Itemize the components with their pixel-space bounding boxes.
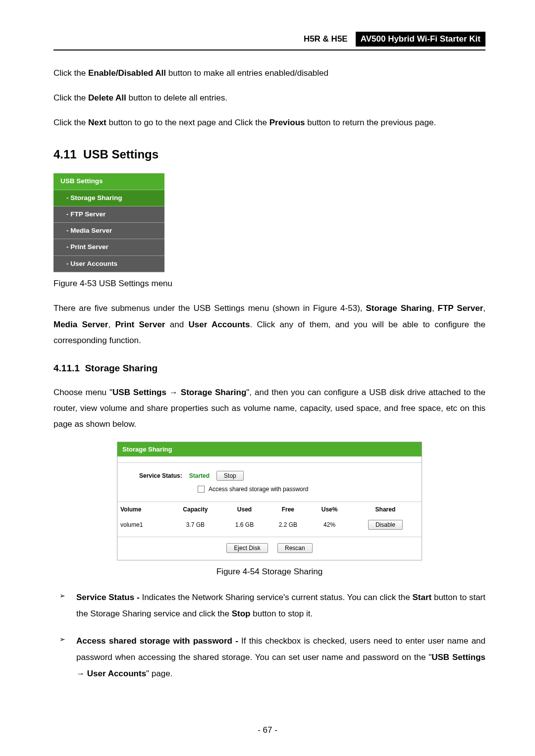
intro-para-3: Click the Next button to go to the next … [54, 115, 485, 131]
usb-settings-menu: USB Settings - Storage Sharing - FTP Ser… [54, 173, 164, 272]
col-capacity: Capacity [168, 502, 222, 517]
cell-free: 2.2 GB [266, 517, 310, 533]
stop-button[interactable]: Stop [216, 471, 244, 481]
service-status-label: Service Status: [139, 471, 182, 480]
figure-4-54-caption: Figure 4-54 Storage Sharing [54, 565, 485, 578]
header-rule [54, 50, 485, 50]
usb-menu-item-storage-sharing[interactable]: - Storage Sharing [54, 190, 164, 206]
eject-disk-button[interactable]: Eject Disk [226, 543, 268, 553]
rescan-button[interactable]: Rescan [277, 543, 313, 553]
cell-used: 1.6 GB [223, 517, 267, 533]
storage-sharing-panel: Storage Sharing Service Status: Started … [117, 442, 422, 561]
cell-volume: volume1 [117, 517, 168, 533]
ss-panel-footer: Eject Disk Rescan [117, 537, 422, 560]
usb-menu-item-media-server[interactable]: - Media Server [54, 223, 164, 239]
header-left: H5R & H5E [304, 33, 352, 46]
access-with-password-label: Access shared storage with password [209, 485, 308, 494]
explanation-list: Service Status - Indicates the Network S… [54, 589, 485, 682]
disable-button[interactable]: Disable [368, 520, 403, 530]
section-heading: 4.11 USB Settings [54, 146, 485, 163]
service-status-row: Service Status: Started Stop [124, 471, 415, 481]
intro-para-2: Click the Delete All button to delete al… [54, 90, 485, 106]
access-with-password-checkbox[interactable] [198, 486, 205, 493]
service-status-value: Started [189, 471, 210, 480]
explain-item-service-status: Service Status - Indicates the Network S… [54, 589, 485, 622]
figure-4-53-caption: Figure 4-53 USB Settings menu [54, 277, 485, 290]
storage-sharing-intro: Choose menu "USB Settings → Storage Shar… [54, 385, 485, 433]
col-usepct: Use% [310, 502, 349, 517]
cell-capacity: 3.7 GB [168, 517, 222, 533]
cell-shared: Disable [349, 517, 422, 533]
after-menu-para: There are five submenus under the USB Se… [54, 301, 485, 349]
usb-menu-item-user-accounts[interactable]: - User Accounts [54, 256, 164, 272]
volume-table: Volume Capacity Used Free Use% Shared vo… [117, 502, 422, 533]
access-with-password-row: Access shared storage with password [198, 485, 415, 494]
page-header: H5R & H5E AV500 Hybrid Wi-Fi Starter Kit [54, 32, 485, 47]
table-header-row: Volume Capacity Used Free Use% Shared [117, 502, 422, 517]
col-free: Free [266, 502, 310, 517]
usb-menu-item-ftp-server[interactable]: - FTP Server [54, 206, 164, 223]
page-number: - 67 - [0, 724, 535, 737]
cell-usepct: 42% [310, 517, 349, 533]
intro-para-1: Click the Enable/Disabled All button to … [54, 65, 485, 81]
usb-menu-header: USB Settings [54, 173, 164, 190]
col-used: Used [223, 502, 267, 517]
table-row: volume1 3.7 GB 1.6 GB 2.2 GB 42% Disable [117, 517, 422, 533]
header-right: AV500 Hybrid Wi-Fi Starter Kit [356, 32, 485, 47]
explain-item-access-password: Access shared storage with password - If… [54, 633, 485, 682]
ss-panel-title: Storage Sharing [117, 442, 422, 457]
col-volume: Volume [117, 502, 168, 517]
usb-menu-item-print-server[interactable]: - Print Server [54, 239, 164, 255]
subsection-heading: 4.11.1 Storage Sharing [54, 361, 485, 376]
col-shared: Shared [349, 502, 422, 517]
